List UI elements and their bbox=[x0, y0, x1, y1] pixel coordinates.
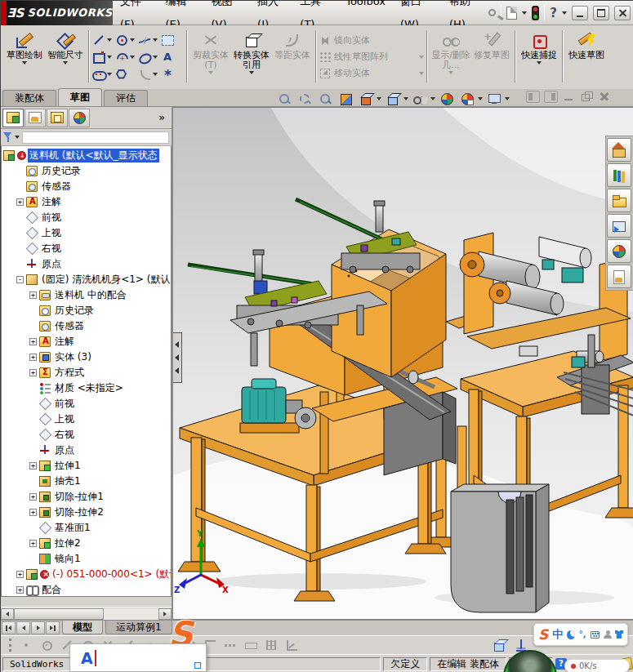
spline-button[interactable] bbox=[138, 33, 161, 47]
section-view-button[interactable] bbox=[336, 91, 354, 106]
graphics-area[interactable]: Y X Z bbox=[173, 107, 633, 620]
help-dropdown-icon[interactable] bbox=[562, 11, 567, 15]
featuremanager-tree-tab[interactable] bbox=[2, 109, 24, 127]
point-button[interactable] bbox=[161, 68, 184, 81]
view-settings-dropdown-icon[interactable] bbox=[505, 97, 510, 100]
tree-item[interactable]: 传感器 bbox=[2, 179, 171, 194]
zoom-to-fit-button[interactable] bbox=[274, 91, 293, 106]
tree-item[interactable]: 送料机 (默认<默认_显示状态 bbox=[2, 148, 171, 163]
trim-entities-dropdown-icon[interactable] bbox=[208, 71, 213, 74]
new-document-icon[interactable] bbox=[506, 7, 517, 20]
expander-icon[interactable]: + bbox=[16, 198, 24, 206]
search-icon[interactable] bbox=[488, 8, 497, 16]
design-library-tab[interactable] bbox=[607, 163, 631, 187]
smart-dimension-button[interactable]: 智能尺寸 bbox=[45, 27, 86, 86]
3d-model-canvas[interactable]: Y X Z bbox=[173, 108, 633, 620]
custom-properties-tab[interactable] bbox=[607, 265, 631, 288]
first-tab-icon[interactable] bbox=[2, 621, 16, 634]
spline-dropdown-icon[interactable] bbox=[153, 38, 158, 42]
linear-sketch-pattern-dropdown-icon[interactable] bbox=[419, 56, 424, 59]
help-icon[interactable]: ? bbox=[550, 6, 557, 20]
point-snap-icon[interactable] bbox=[20, 639, 33, 652]
user-icon[interactable] bbox=[604, 630, 611, 639]
previous-view-button[interactable] bbox=[315, 91, 334, 106]
expander-icon[interactable]: + bbox=[29, 354, 37, 361]
trim-entities-button[interactable]: 剪裁实体(T) bbox=[190, 27, 231, 86]
tree-item[interactable]: 传感器 bbox=[2, 318, 171, 334]
mirror-entities-button[interactable]: 镜向实体 bbox=[319, 33, 424, 47]
view-orientation-dropdown-icon[interactable] bbox=[377, 97, 381, 100]
centerpoint-arc-dropdown-icon[interactable] bbox=[130, 56, 135, 59]
tab-草图[interactable]: 草图 bbox=[58, 88, 102, 106]
polygon-button[interactable] bbox=[115, 68, 138, 81]
overflow-chevron[interactable]: » bbox=[158, 112, 170, 123]
offset-entities-button[interactable]: 等距实体 bbox=[272, 27, 313, 86]
ime-language-toggle[interactable]: 中 bbox=[552, 627, 563, 642]
filter-funnel-icon[interactable] bbox=[3, 132, 12, 142]
tree-item[interactable]: 右视 bbox=[2, 427, 171, 443]
tree-item[interactable]: 历史记录 bbox=[2, 163, 171, 179]
tree-item[interactable]: +(-) 051-000-000<1> (默认 bbox=[2, 567, 171, 582]
next-tab-icon[interactable] bbox=[31, 621, 45, 634]
tree-item[interactable]: 历史记录 bbox=[2, 303, 171, 318]
ime-input-popup[interactable]: A bbox=[69, 643, 207, 672]
solidworks-resources-tab[interactable] bbox=[607, 138, 631, 162]
tab-装配体[interactable]: 装配体 bbox=[2, 90, 56, 106]
centerpoint-arc-button[interactable] bbox=[115, 51, 138, 64]
straight-slot-button[interactable] bbox=[92, 68, 115, 81]
apply-scene-button[interactable] bbox=[457, 91, 476, 106]
expander-icon[interactable]: + bbox=[16, 586, 24, 594]
display-delete-relations-button[interactable]: 显示/删除几... bbox=[430, 27, 471, 86]
sketch-button[interactable]: 草图绘制 bbox=[4, 27, 45, 86]
ruler-snap-icon[interactable] bbox=[244, 639, 257, 652]
tree-item[interactable]: 原点 bbox=[2, 256, 171, 272]
tree-horizontal-scrollbar[interactable] bbox=[1, 607, 172, 620]
expander-icon[interactable]: + bbox=[16, 571, 24, 578]
tree-item[interactable]: 右视 bbox=[2, 241, 171, 256]
tree-item[interactable]: +切除-拉伸1 bbox=[2, 489, 171, 505]
scrollbar-thumb[interactable] bbox=[14, 608, 104, 620]
scrollbar-track[interactable] bbox=[14, 608, 158, 620]
pane-right-icon[interactable] bbox=[544, 91, 558, 103]
tree-item[interactable]: 抽壳1 bbox=[2, 474, 171, 489]
corner-rectangle-dropdown-icon[interactable] bbox=[107, 56, 112, 59]
filter-dropdown-icon[interactable] bbox=[15, 136, 20, 139]
display-style-dropdown-icon[interactable] bbox=[403, 97, 408, 100]
apply-scene-dropdown-icon[interactable] bbox=[478, 97, 483, 100]
tree-item[interactable]: 材质 <未指定> bbox=[2, 381, 171, 396]
tree-item[interactable]: +切除-拉伸2 bbox=[2, 505, 171, 520]
tree-item[interactable]: +方程式 bbox=[2, 365, 171, 381]
sogou-logo-icon[interactable]: S bbox=[538, 628, 548, 642]
tree-item[interactable]: 上视 bbox=[2, 225, 171, 241]
center-snap-icon[interactable] bbox=[40, 639, 53, 652]
text-button[interactable] bbox=[161, 51, 184, 64]
expander-icon[interactable]: - bbox=[16, 276, 24, 283]
circle-dropdown-icon[interactable] bbox=[130, 38, 135, 42]
file-explorer-tab[interactable] bbox=[607, 189, 631, 212]
smart-dimension-dropdown-icon[interactable] bbox=[63, 61, 68, 65]
line-button[interactable] bbox=[92, 33, 115, 47]
quick-snaps-button[interactable]: 快速捕捉 bbox=[519, 27, 559, 86]
tree-item[interactable]: 原点 bbox=[2, 443, 171, 458]
sketch-dropdown-icon[interactable] bbox=[22, 61, 27, 65]
expander-icon[interactable]: + bbox=[29, 369, 37, 376]
new-document-dropdown-icon[interactable] bbox=[522, 11, 527, 15]
display-delete-relations-dropdown-icon[interactable] bbox=[448, 71, 453, 74]
scroll-left-icon[interactable] bbox=[1, 608, 14, 620]
close-button[interactable] bbox=[614, 6, 631, 20]
tree-item[interactable]: +注解 bbox=[2, 334, 171, 349]
view-palette-tab[interactable] bbox=[607, 214, 631, 238]
property-manager-tab[interactable] bbox=[25, 109, 46, 127]
skin-icon[interactable] bbox=[615, 630, 623, 639]
linear-sketch-pattern-button[interactable]: 线性草图阵列 bbox=[319, 50, 424, 64]
toolbar-grip[interactable] bbox=[9, 639, 11, 652]
edit-appearance-button[interactable] bbox=[437, 91, 456, 106]
ellipse-button[interactable] bbox=[138, 51, 161, 64]
tab-运动算例1[interactable]: 运动算例1 bbox=[105, 621, 172, 634]
pane-left-icon[interactable] bbox=[526, 91, 540, 103]
zoom-to-area-button[interactable] bbox=[295, 91, 314, 106]
maximize-button[interactable] bbox=[593, 6, 609, 20]
angle-snap-icon[interactable] bbox=[285, 639, 298, 652]
appearances-tab[interactable] bbox=[607, 239, 631, 263]
ellipsis-snap-icon[interactable] bbox=[224, 639, 237, 652]
